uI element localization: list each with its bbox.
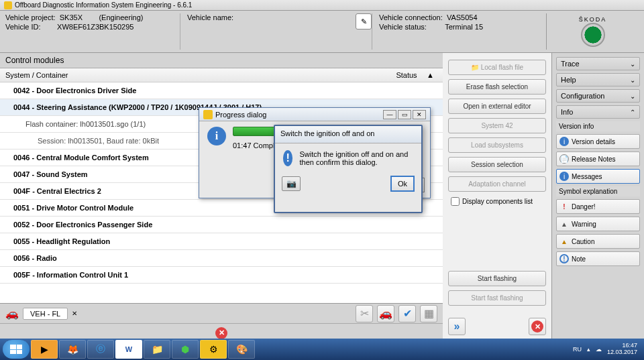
configuration-panel[interactable]: Configuration⌄ [556, 89, 640, 103]
taskbar[interactable]: ▶ 🦊 ⓔ W 📁 ⬢ ⚙ 🎨 RU ▴ ☁ 16:47 12.03.2017 [0, 339, 644, 360]
caution-icon: ▲ [559, 237, 569, 246]
app1-icon[interactable]: ⬢ [172, 340, 199, 359]
module-row[interactable]: 0052 - Door Electronics Passenger Side [0, 217, 443, 233]
chevron-icon: ⌃ [630, 109, 635, 116]
check-icon[interactable]: ✔ [398, 305, 416, 322]
edit-icon[interactable]: ✎ [356, 13, 372, 29]
ie-icon[interactable]: ⓔ [87, 340, 114, 359]
firefox-icon[interactable]: 🦊 [59, 340, 86, 359]
app-title: Offboard Diagnostic Information System E… [15, 1, 192, 9]
start-fast-flashing-button[interactable]: Start fast flashing [448, 290, 546, 306]
messages-button[interactable]: iMessages [556, 169, 640, 184]
trace-panel[interactable]: Trace⌄ [556, 57, 640, 70]
clock-date: 12.03.2017 [607, 349, 637, 356]
brand-logo-cell: ŠKODA [546, 13, 639, 50]
info-icon: i [559, 137, 569, 146]
session-selection-button[interactable]: Session selection [448, 157, 546, 172]
vehicle-conn: VAS5054 [447, 13, 478, 21]
cut-icon[interactable]: ✂ [356, 305, 373, 322]
car-red-icon[interactable]: 🚗 [377, 305, 394, 322]
info-panel[interactable]: Info⌃ [556, 105, 640, 119]
confirm-dialog: Switch the ignition off and on ! Switch … [274, 125, 423, 213]
odis-icon[interactable]: ⚙ [200, 340, 227, 359]
grid-icon[interactable]: ▦ [420, 305, 437, 322]
weather-icon[interactable]: ☁ [596, 346, 602, 353]
action-panel: 📁 Local flash file Erase flash selection… [443, 53, 551, 342]
module-row[interactable]: 0042 - Door Electronics Driver Side [0, 82, 443, 99]
help-panel[interactable]: Help⌄ [556, 73, 640, 86]
maximize-icon[interactable]: ▭ [398, 110, 411, 119]
word-icon[interactable]: W [115, 340, 142, 359]
open-external-button[interactable]: Open in external editor [448, 99, 546, 114]
explorer-icon[interactable]: 📁 [144, 340, 170, 359]
local-flash-button[interactable]: 📁 Local flash file [448, 60, 546, 75]
version-info-label: Version info [556, 121, 640, 131]
vehicle-connection-label: Vehicle connection: [379, 13, 443, 21]
minimize-icon[interactable]: — [383, 110, 396, 119]
close-window-icon[interactable]: ✕ [413, 110, 426, 119]
app-icon [4, 1, 12, 9]
vehicle-id: XW8EF61Z3BK150295 [57, 23, 133, 31]
info-icon: ! [283, 150, 292, 166]
note-icon: ! [559, 254, 569, 263]
vehicle-status-label: Vehicle status: [379, 23, 427, 31]
dialog-icon [203, 110, 213, 119]
media-player-icon[interactable]: ▶ [31, 340, 58, 359]
warning-button[interactable]: ▲Warning [556, 217, 640, 231]
progress-title-bar[interactable]: Progress dialog — ▭ ✕ [199, 108, 430, 121]
module-row[interactable]: 0056 - Radio [0, 250, 443, 267]
camera-icon[interactable]: 📷 [282, 176, 301, 191]
ok-button[interactable]: Ok [390, 176, 415, 192]
vehicle-id-label: Vehicle ID: [5, 23, 41, 31]
start-button[interactable] [3, 340, 30, 359]
skoda-logo-icon [581, 23, 605, 47]
vehicle-tab[interactable]: VEH - FL [23, 308, 68, 320]
vehicle-name-label: Vehicle name: [187, 13, 233, 21]
footer-strip: 🚗 VEH - FL ✕ ✂ 🚗 ✔ ▦ [0, 303, 443, 323]
module-row[interactable]: 005F - Information Control Unit 1 [0, 267, 443, 284]
engineering-tag: (Engineering) [99, 13, 143, 21]
note-button[interactable]: !Note [556, 251, 640, 266]
col-system[interactable]: System / Container [5, 71, 386, 79]
progress-title: Progress dialog [215, 111, 266, 119]
tray-up-icon[interactable]: ▴ [587, 346, 590, 353]
adaptation-button[interactable]: Adaptation channel [448, 176, 546, 192]
right-sidebar: Trace⌄ Help⌄ Configuration⌄ Info⌃ Versio… [551, 53, 644, 342]
lang-indicator[interactable]: RU [573, 346, 582, 353]
vehicle-project-label: Vehicle project: [5, 13, 56, 21]
release-notes-button[interactable]: 📄Release Notes [556, 152, 640, 166]
vehicle-status: Terminal 15 [445, 23, 483, 31]
title-bar: Offboard Diagnostic Information System E… [0, 0, 644, 11]
system42-button[interactable]: System 42 [448, 118, 546, 133]
symbol-explanation-label: Symbol explanation [556, 186, 640, 196]
document-icon: 📄 [559, 154, 569, 164]
modules-table-header: System / Container Status ▲ [0, 68, 443, 82]
vehicle-header: Vehicle project: SK35X (Engineering) Veh… [0, 11, 644, 53]
display-components-checkbox[interactable]: Display components list [448, 196, 546, 207]
car-icon[interactable]: 🚗 [5, 307, 19, 320]
tab-close-icon[interactable]: ✕ [72, 310, 77, 317]
caution-button[interactable]: ▲Caution [556, 234, 640, 249]
chevron-icon: ⌄ [630, 93, 635, 100]
paint-icon[interactable]: 🎨 [228, 340, 255, 359]
forward-icon[interactable]: » [448, 318, 466, 335]
load-subsystems-button[interactable]: Load subsystems [448, 137, 546, 153]
info-icon: i [559, 172, 569, 181]
start-flashing-button[interactable]: Start flashing [448, 271, 546, 286]
close-icon[interactable]: ✕ [529, 318, 546, 335]
system-tray[interactable]: RU ▴ ☁ 16:47 12.03.2017 [573, 343, 641, 356]
modules-title: Control modules [0, 53, 443, 68]
scroll-up-icon[interactable]: ▲ [427, 71, 437, 79]
checkbox-icon[interactable] [451, 197, 460, 206]
danger-button[interactable]: !Danger! [556, 199, 640, 214]
col-status[interactable]: Status [386, 71, 427, 79]
brand-name: ŠKODA [579, 16, 607, 23]
chevron-icon: ⌄ [630, 60, 635, 68]
chevron-icon: ⌄ [630, 76, 635, 84]
version-details-button[interactable]: iVersion details [556, 134, 640, 149]
erase-flash-button[interactable]: Erase flash selection [448, 79, 546, 95]
module-row[interactable]: 0055 - Headlight Regulation [0, 233, 443, 250]
confirm-title: Switch the ignition off and on [275, 126, 421, 143]
error-icon[interactable]: ✕ [215, 327, 227, 339]
info-icon: i [207, 127, 226, 145]
